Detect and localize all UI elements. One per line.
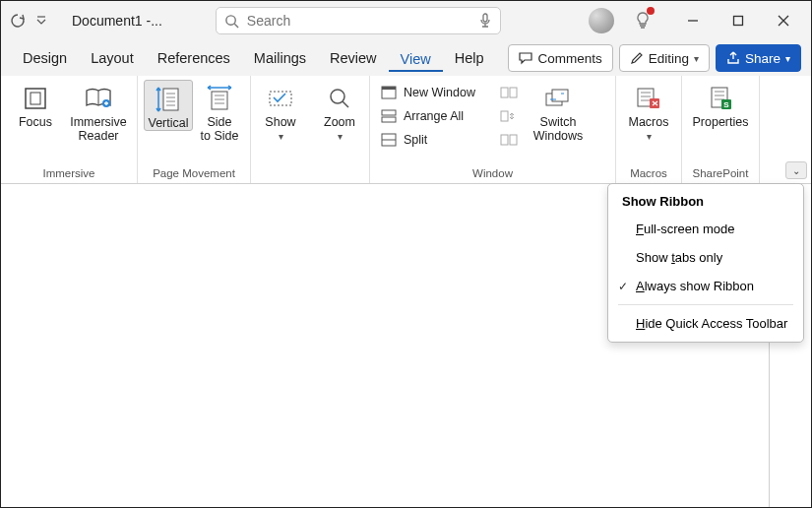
macros-label: Macros — [629, 115, 669, 129]
comments-button[interactable]: Comments — [508, 44, 612, 72]
show-label: Show — [265, 115, 295, 129]
menu-full-screen[interactable]: Full-screen mode — [608, 215, 803, 243]
chevron-down-icon: ▾ — [647, 131, 652, 143]
vertical-label: Vertical — [149, 116, 189, 130]
menu-title: Show Ribbon — [608, 188, 803, 215]
reset-window-icon — [500, 131, 518, 149]
reset-window-button[interactable] — [496, 129, 522, 151]
group-macros: Macros ▾ Macros — [616, 76, 682, 183]
switch-windows-label: Switch Windows — [533, 115, 584, 144]
tab-layout[interactable]: Layout — [79, 44, 146, 72]
minimize-button[interactable] — [671, 6, 715, 35]
ribbon: Focus Immersive Reader Immersive Vertica… — [1, 76, 811, 184]
immersive-reader-label: Immersive Reader — [70, 115, 127, 144]
ribbon-display-menu: Show Ribbon Full-screen mode Show tabs o… — [607, 183, 804, 343]
svg-rect-19 — [510, 135, 517, 145]
side-page-icon — [205, 84, 234, 113]
menu-show-tabs-only[interactable]: Show tabs only — [608, 243, 803, 272]
menu-hide-qat[interactable]: Hide Quick Access Toolbar — [608, 309, 803, 338]
focus-button[interactable]: Focus — [7, 80, 64, 129]
side-to-side-button[interactable]: Side to Side — [195, 80, 244, 144]
svg-rect-12 — [382, 110, 396, 115]
sync-scroll-icon — [500, 107, 518, 125]
svg-rect-1 — [483, 14, 487, 22]
immersive-reader-button[interactable]: Immersive Reader — [66, 80, 131, 144]
svg-rect-6 — [163, 89, 178, 110]
search-input[interactable] — [247, 13, 470, 29]
share-label: Share — [745, 51, 781, 66]
properties-icon: S — [706, 84, 735, 113]
group-page-movement: Vertical Side to Side Page Movement — [138, 76, 251, 183]
svg-rect-15 — [501, 88, 508, 97]
autosave-icon[interactable] — [7, 10, 29, 32]
tab-review[interactable]: Review — [318, 44, 389, 72]
svg-point-9 — [331, 90, 344, 103]
menu-separator — [618, 304, 793, 305]
focus-label: Focus — [19, 115, 52, 129]
view-side-by-side-button[interactable] — [496, 82, 522, 103]
group-sharepoint: S Properties SharePoint — [682, 76, 760, 183]
pencil-icon — [630, 51, 644, 65]
vertical-page-icon — [154, 85, 183, 114]
svg-rect-11 — [382, 87, 396, 90]
group-immersive-label: Immersive — [42, 164, 94, 183]
menu-tabs-prefix: Show — [636, 250, 671, 265]
qat-dropdown-icon[interactable] — [31, 10, 52, 32]
search-box[interactable] — [216, 7, 501, 34]
ribbon-tabs: Design Layout References Mailings Review… — [1, 40, 811, 76]
arrange-all-button[interactable]: Arrange All — [376, 105, 494, 127]
side-label: Side to Side — [201, 115, 239, 144]
side-by-side-icon — [500, 84, 518, 101]
group-show-label — [279, 164, 281, 183]
svg-rect-13 — [382, 117, 396, 122]
mic-icon[interactable] — [478, 13, 492, 29]
tab-view[interactable]: View — [389, 45, 443, 72]
svg-text:S: S — [723, 100, 729, 109]
group-window: New Window Arrange All Split Switch Wind… — [370, 76, 616, 183]
menu-always-show-ribbon[interactable]: Always show Ribbon — [608, 272, 803, 300]
split-button[interactable]: Split — [376, 129, 494, 151]
menu-full-label: ull-screen mode — [644, 222, 735, 236]
properties-button[interactable]: S Properties — [688, 80, 753, 129]
group-macros-label: Macros — [630, 164, 667, 183]
maximize-button[interactable] — [717, 6, 760, 35]
share-icon — [726, 51, 740, 65]
svg-rect-4 — [31, 93, 40, 104]
ribbon-options-button[interactable]: ⌄ — [785, 161, 807, 179]
vertical-button[interactable]: Vertical — [144, 80, 193, 131]
tab-design[interactable]: Design — [11, 44, 79, 72]
show-button[interactable]: Show ▾ — [257, 80, 304, 143]
tab-help[interactable]: Help — [443, 44, 496, 72]
editing-label: Editing — [649, 51, 689, 66]
switch-windows-button[interactable]: Switch Windows — [524, 80, 593, 144]
svg-rect-18 — [501, 135, 508, 145]
arrange-icon — [380, 107, 398, 125]
menu-hide-label: ide Quick Access Toolbar — [645, 316, 787, 331]
svg-rect-16 — [510, 88, 517, 97]
tab-mailings[interactable]: Mailings — [242, 44, 318, 72]
macros-icon — [634, 84, 663, 113]
share-button[interactable]: Share ▾ — [716, 44, 801, 72]
tab-references[interactable]: References — [146, 44, 242, 72]
editing-button[interactable]: Editing ▾ — [619, 44, 710, 72]
close-button[interactable] — [762, 6, 805, 35]
group-show: Show ▾ — [251, 76, 310, 183]
macros-button[interactable]: Macros ▾ — [622, 80, 675, 143]
group-immersive: Focus Immersive Reader Immersive — [1, 76, 138, 183]
sync-scroll-button[interactable] — [496, 105, 522, 127]
svg-point-0 — [226, 15, 235, 24]
user-avatar[interactable] — [589, 8, 614, 33]
chevron-down-icon: ⌄ — [792, 165, 800, 176]
menu-always-label: lways show Ribbon — [645, 279, 754, 293]
menu-tabs-label: abs only — [675, 250, 722, 265]
zoom-icon — [325, 84, 354, 113]
book-icon — [84, 84, 113, 113]
zoom-button[interactable]: Zoom ▾ — [316, 80, 363, 143]
title-bar: Document1 -... — [1, 1, 811, 40]
quick-access-toolbar — [7, 10, 52, 32]
insights-button[interactable] — [628, 6, 657, 35]
search-icon — [224, 14, 239, 29]
notification-dot — [647, 7, 655, 15]
new-window-button[interactable]: New Window — [376, 82, 494, 103]
arrange-label: Arrange All — [404, 109, 464, 123]
